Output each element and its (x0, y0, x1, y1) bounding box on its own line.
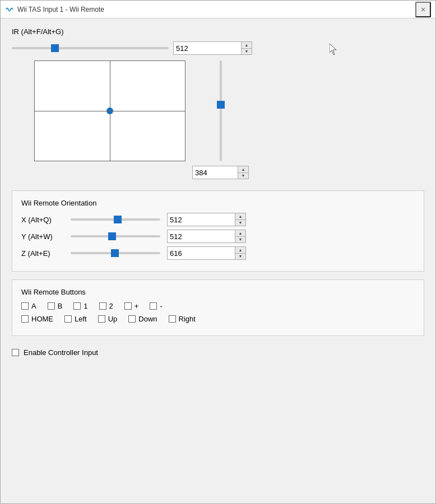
button-item-plus: + (124, 302, 139, 310)
checkbox-right[interactable] (169, 315, 176, 323)
ir-pad-wrapper: 384 ▲ ▼ (12, 60, 249, 179)
ir-section: IR (Alt+F/Alt+G) 512 ▲ ▼ (12, 27, 424, 179)
orientation-title: Wii Remote Orientation (21, 199, 415, 207)
ir-v-spinbox-buttons: ▲ ▼ (238, 166, 248, 179)
checkbox-left[interactable] (64, 315, 72, 323)
checkbox-home[interactable] (21, 315, 29, 323)
button-item-a: A (21, 302, 36, 310)
z-slider-row: Z (Alt+E) 616 ▲ ▼ (21, 246, 415, 260)
y-decrement-button[interactable]: ▼ (235, 236, 245, 243)
z-slider-track[interactable] (71, 252, 160, 254)
pad-vslider-group: 384 ▲ ▼ (12, 60, 249, 179)
ir-h-slider-thumb[interactable] (51, 44, 59, 52)
x-slider-thumb[interactable] (114, 216, 122, 223)
x-increment-button[interactable]: ▲ (235, 213, 245, 220)
checkbox-b[interactable] (48, 302, 55, 310)
y-slider-thumb[interactable] (108, 232, 116, 240)
ir-v-slider-track[interactable] (220, 60, 222, 161)
ir-section-title: IR (Alt+F/Alt+G) (12, 27, 424, 36)
y-spinbox-buttons: ▲ ▼ (235, 230, 245, 242)
z-spinbox: 616 ▲ ▼ (167, 246, 246, 260)
enable-controller-row: Enable Controller Input (12, 344, 424, 361)
ir-pad[interactable] (34, 60, 185, 161)
checkbox-minus[interactable] (150, 302, 157, 310)
x-spinbox: 512 ▲ ▼ (167, 213, 246, 226)
ir-v-spinbox: 384 ▲ ▼ (192, 166, 249, 179)
label-up: Up (108, 315, 118, 323)
label-1: 1 (84, 302, 87, 310)
button-item-left: Left (64, 315, 87, 323)
app-icon (5, 5, 14, 14)
main-window: Wii TAS Input 1 - Wii Remote × IR (Alt+F… (0, 0, 436, 504)
checkbox-a[interactable] (21, 302, 29, 310)
close-button[interactable]: × (415, 2, 431, 17)
button-item-minus: - (150, 302, 162, 310)
button-item-b: B (48, 302, 63, 310)
label-minus: - (160, 302, 162, 310)
x-spinbox-buttons: ▲ ▼ (235, 213, 245, 226)
button-item-up: Up (98, 315, 118, 323)
ir-h-spinbox: 512 ▲ ▼ (173, 41, 252, 55)
checkbox-2[interactable] (99, 302, 106, 310)
button-item-right: Right (169, 315, 196, 323)
button-item-down: Down (128, 315, 157, 323)
buttons-title: Wii Remote Buttons (21, 288, 415, 296)
y-slider-row: Y (Alt+W) 512 ▲ ▼ (21, 230, 415, 243)
orientation-section: Wii Remote Orientation X (Alt+Q) 512 ▲ ▼… (12, 190, 424, 272)
y-label: Y (Alt+W) (21, 232, 66, 241)
titlebar-left: Wii TAS Input 1 - Wii Remote (5, 5, 104, 14)
titlebar: Wii TAS Input 1 - Wii Remote × (1, 1, 435, 18)
cursor-icon (330, 44, 338, 55)
label-enable-controller: Enable Controller Input (24, 348, 98, 357)
x-slider-track[interactable] (71, 218, 160, 221)
checkbox-enable-controller[interactable] (12, 349, 19, 356)
ir-h-slider-track[interactable] (12, 47, 169, 49)
buttons-section: Wii Remote Buttons A B 1 2 (12, 279, 424, 336)
ir-h-spinbox-buttons: ▲ ▼ (241, 42, 252, 54)
z-increment-button[interactable]: ▲ (235, 247, 245, 253)
ir-h-decrement-button[interactable]: ▼ (242, 48, 252, 55)
y-slider-track[interactable] (71, 235, 160, 237)
z-spinbox-buttons: ▲ ▼ (235, 247, 245, 259)
checkbox-1[interactable] (73, 302, 81, 310)
button-item-home: HOME (21, 315, 53, 323)
z-label: Z (Alt+E) (21, 249, 66, 258)
x-slider-row: X (Alt+Q) 512 ▲ ▼ (21, 213, 415, 226)
x-label: X (Alt+Q) (21, 216, 66, 224)
x-decrement-button[interactable]: ▼ (235, 220, 245, 226)
ir-pad-offset (34, 60, 185, 161)
main-content: IR (Alt+F/Alt+G) 512 ▲ ▼ (1, 18, 435, 503)
z-decrement-button[interactable]: ▼ (235, 253, 245, 260)
ir-v-decrement-button[interactable]: ▼ (238, 172, 248, 179)
y-value-input[interactable]: 512 (168, 230, 235, 242)
checkbox-plus[interactable] (124, 302, 132, 310)
checkbox-down[interactable] (128, 315, 136, 323)
label-plus: + (134, 302, 139, 310)
ir-v-slider-thumb[interactable] (217, 101, 225, 109)
ir-dot[interactable] (106, 108, 113, 114)
ir-h-slider-row: 512 ▲ ▼ (12, 41, 424, 55)
ir-h-value-input[interactable]: 512 (174, 42, 241, 54)
ir-v-controls: 384 ▲ ▼ (192, 60, 249, 179)
checkbox-up[interactable] (98, 315, 105, 323)
y-spinbox: 512 ▲ ▼ (167, 230, 246, 243)
window-title: Wii TAS Input 1 - Wii Remote (17, 6, 104, 13)
button-row-2: HOME Left Up Down Right (21, 315, 415, 323)
label-left: Left (75, 315, 87, 323)
ir-v-increment-button[interactable]: ▲ (238, 166, 248, 172)
label-down: Down (138, 315, 157, 323)
ir-pad-row: 384 ▲ ▼ (12, 60, 424, 179)
label-a: A (31, 302, 36, 310)
label-right: Right (179, 315, 196, 323)
button-item-1: 1 (73, 302, 87, 310)
z-value-input[interactable]: 616 (168, 247, 235, 259)
ir-v-value-input[interactable]: 384 (193, 166, 238, 179)
label-b: B (58, 302, 63, 310)
y-increment-button[interactable]: ▲ (235, 230, 245, 236)
x-value-input[interactable]: 512 (168, 213, 235, 226)
ir-h-increment-button[interactable]: ▲ (242, 42, 252, 48)
label-home: HOME (31, 315, 53, 323)
label-2: 2 (109, 302, 113, 310)
button-row-1: A B 1 2 + (21, 302, 415, 310)
z-slider-thumb[interactable] (111, 249, 119, 257)
